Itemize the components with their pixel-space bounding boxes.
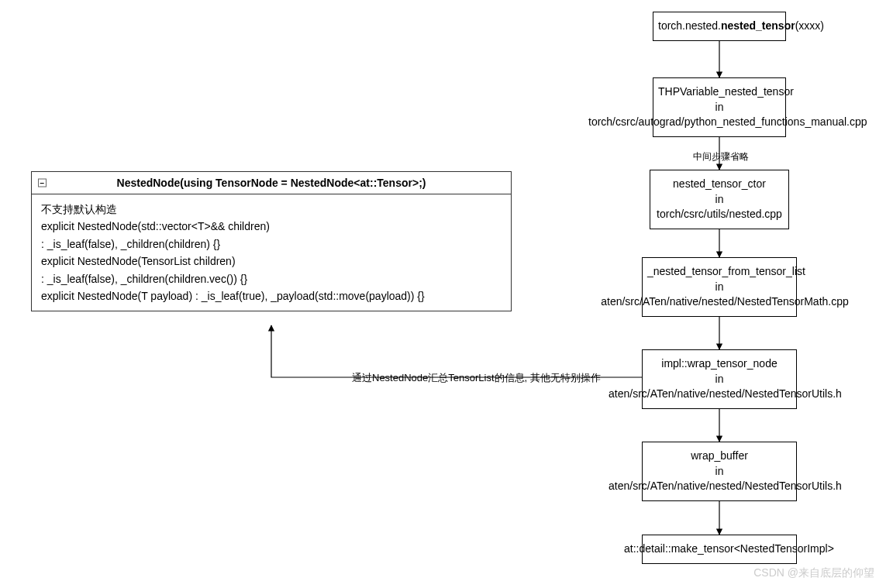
n4-l2: in [647, 280, 791, 295]
class-body-line: explicit NestedNode(std::vector<T>&& chi… [41, 218, 502, 235]
n3-l2: in [655, 192, 784, 208]
n2-l2: in [658, 100, 781, 115]
class-body: 不支持默认构造 explicit NestedNode(std::vector<… [32, 194, 511, 311]
n6-l3: aten/src/ATen/native/nested/NestedTensor… [609, 479, 841, 494]
n5-l3: aten/src/ATen/native/nested/NestedTensor… [609, 387, 841, 402]
node-nested-tensor-call: torch.nested.nested_tensor(xxxx) [653, 12, 786, 41]
class-body-line: : _is_leaf(false), _children(children) {… [41, 236, 502, 253]
node-nested-tensor-ctor: nested_tensor_ctor in torch/csrc/utils/n… [650, 170, 789, 229]
node-nested-from-list: _nested_tensor_from_tensor_list in aten/… [642, 257, 797, 317]
n3-l1: nested_tensor_ctor [655, 177, 784, 192]
node-wrap-buffer: wrap_buffer in aten/src/ATen/native/nest… [642, 442, 797, 501]
class-body-line: : _is_leaf(false), _children(children.ve… [41, 270, 502, 287]
n5-l2: in [647, 372, 791, 387]
collapse-icon[interactable]: − [38, 179, 47, 187]
n1-bold: nested_tensor [721, 19, 795, 32]
edge-label-skip-steps: 中间步骤省略 [690, 150, 752, 163]
class-body-line: explicit NestedNode(TensorList children) [41, 253, 502, 270]
n6-l1: wrap_buffer [647, 449, 791, 464]
n6-l2: in [647, 464, 791, 480]
n2-l3: torch/csrc/autograd/python_nested_functi… [588, 115, 861, 130]
n2-l1: THPVariable_nested_tensor [658, 84, 781, 100]
n1-prefix: torch.nested. [658, 19, 721, 32]
n4-l3: aten/src/ATen/native/nested/NestedTensor… [601, 294, 849, 310]
class-box-nestednode: − NestedNode(using TensorNode = NestedNo… [31, 171, 512, 311]
node-wrap-tensor-node: impl::wrap_tensor_node in aten/src/ATen/… [642, 349, 797, 409]
n3-l3: torch/csrc/utils/nested.cpp [655, 207, 784, 222]
node-make-tensor: at::detail::make_tensor<NestedTensorImpl… [642, 535, 797, 564]
watermark: CSDN @来自底层的仰望 [753, 566, 874, 580]
n5-l1: impl::wrap_tensor_node [647, 356, 791, 372]
class-title-text: NestedNode(using TensorNode = NestedNode… [117, 177, 426, 189]
node-thpvariable: THPVariable_nested_tensor in torch/csrc/… [653, 77, 786, 137]
class-body-line: explicit NestedNode(T payload) : _is_lea… [41, 287, 502, 304]
n4-l1: _nested_tensor_from_tensor_list [647, 264, 791, 280]
n7-l1: at::detail::make_tensor<NestedTensorImpl… [624, 542, 826, 557]
n1-suffix: (xxxx) [795, 19, 824, 32]
class-title: − NestedNode(using TensorNode = NestedNo… [32, 172, 511, 194]
class-body-line: 不支持默认构造 [41, 201, 502, 218]
edge-label-nestednode-summary: 通过NestedNode汇总TensorList的信息, 其他无特别操作 [349, 371, 604, 385]
